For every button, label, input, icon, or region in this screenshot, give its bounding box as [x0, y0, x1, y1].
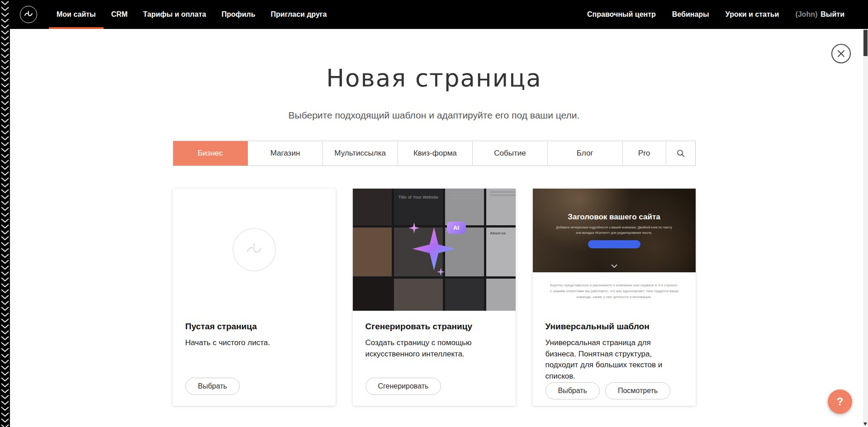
tab-quiz-form[interactable]: Квиз-форма — [398, 141, 473, 166]
tab-pro[interactable]: Pro — [623, 141, 666, 166]
card-title: Пустая страница — [185, 322, 323, 332]
universal-preview-button[interactable]: Посмотреть — [605, 382, 670, 399]
scrollbar-down-arrow[interactable] — [863, 422, 867, 426]
preview-cta-button — [588, 240, 640, 248]
close-button[interactable] — [831, 44, 851, 63]
top-navbar: Мои сайты CRM Тарифы и оплата Профиль Пр… — [0, 0, 868, 29]
preview-heading: Заголовок вашего сайта — [568, 213, 660, 222]
card-actions: Выбрать — [185, 378, 323, 395]
close-icon — [837, 50, 845, 57]
page-title: Новая страница — [0, 64, 868, 92]
nav-logout-link[interactable]: Выйти — [821, 10, 844, 19]
card-actions: Сгенерировать — [365, 378, 503, 395]
nav-item-invite-friend[interactable]: Пригласи друга — [263, 0, 335, 29]
secondary-nav: Справочный центр Вебинары Уроки и статьи… — [587, 10, 844, 19]
card-ai-generate: Title of Your Website About us — [353, 189, 516, 406]
card-title: Универсальный шаблон — [545, 322, 683, 332]
nav-user: (John) Выйти — [795, 10, 844, 19]
card-info: Сгенерировать страницу Создать страницу … — [353, 311, 516, 406]
card-description: Универсальная страница для бизнеса. Поня… — [545, 337, 683, 382]
nav-item-my-sites[interactable]: Мои сайты — [49, 0, 104, 29]
template-category-tabs: Бизнес Магазин Мультиссылка Квиз-форма С… — [173, 141, 696, 166]
nav-item-profile[interactable]: Профиль — [214, 0, 263, 29]
primary-nav: Мои сайты CRM Тарифы и оплата Профиль Пр… — [49, 0, 334, 29]
template-search-button[interactable] — [666, 141, 695, 166]
blank-page-preview — [173, 189, 336, 311]
card-description: Начать с чистого листа. — [185, 337, 323, 349]
card-info: Универсальный шаблон Универсальная стран… — [533, 311, 696, 410]
tab-blog[interactable]: Блог — [548, 141, 623, 166]
card-universal-template: Заголовок вашего сайта Добавьте интересн… — [533, 189, 696, 406]
nav-item-tariffs[interactable]: Тарифы и оплата — [135, 0, 214, 29]
tab-event[interactable]: Событие — [473, 141, 548, 166]
tilda-watermark-icon — [232, 228, 276, 271]
ai-generate-preview: Title of Your Website About us — [353, 189, 516, 311]
zigzag-pattern-icon — [0, 0, 10, 427]
preview-subheading: Добавьте интересные подробности о вашей … — [555, 225, 673, 235]
nav-item-crm[interactable]: CRM — [104, 0, 135, 29]
page-scrollbar[interactable] — [863, 29, 868, 427]
ai-badge: AI — [447, 222, 466, 234]
template-hero-preview: Заголовок вашего сайта Добавьте интересн… — [533, 189, 696, 272]
card-title: Сгенерировать страницу — [365, 322, 503, 332]
template-cards-grid: Пустая страница Начать с чистого листа. … — [173, 189, 696, 406]
page-subtitle: Выберите подходящий шаблон и адаптируйте… — [0, 110, 868, 121]
tilda-tilde-icon — [244, 239, 265, 260]
universal-template-preview: Заголовок вашего сайта Добавьте интересн… — [533, 189, 696, 311]
card-description: Создать страницу с помощью искусственног… — [365, 337, 503, 360]
scrollbar-thumb[interactable] — [863, 30, 868, 56]
card-blank-page: Пустая страница Начать с чистого листа. … — [173, 189, 336, 406]
new-page-dialog: Новая страница Выберите подходящий шабло… — [0, 64, 868, 427]
tilda-tilde-icon — [24, 9, 33, 19]
nav-link-tutorials[interactable]: Уроки и статьи — [726, 10, 779, 19]
search-icon — [676, 149, 685, 158]
nav-user-name: (John) — [795, 10, 817, 19]
template-body-preview: Коротко представьтесь и расскажите о ком… — [533, 272, 696, 311]
tab-business[interactable]: Бизнес — [173, 141, 248, 166]
nav-link-webinars[interactable]: Вебинары — [672, 10, 709, 19]
chevron-down-icon — [611, 261, 617, 270]
help-button[interactable]: ? — [828, 389, 852, 414]
universal-select-button[interactable]: Выбрать — [545, 382, 600, 399]
preview-body-text: Коротко представьтесь и расскажите о ком… — [549, 283, 679, 300]
nav-link-help-center[interactable]: Справочный центр — [587, 10, 656, 19]
blank-select-button[interactable]: Выбрать — [185, 378, 240, 395]
tilda-logo[interactable] — [20, 6, 37, 23]
ai-generate-button[interactable]: Сгенерировать — [365, 378, 441, 395]
question-icon: ? — [837, 395, 844, 408]
card-info: Пустая страница Начать с чистого листа. … — [173, 311, 336, 406]
left-zigzag-strip — [0, 0, 10, 427]
card-actions: Выбрать Посмотреть — [545, 382, 683, 399]
tab-shop[interactable]: Магазин — [248, 141, 323, 166]
tab-multilink[interactable]: Мультиссылка — [323, 141, 398, 166]
